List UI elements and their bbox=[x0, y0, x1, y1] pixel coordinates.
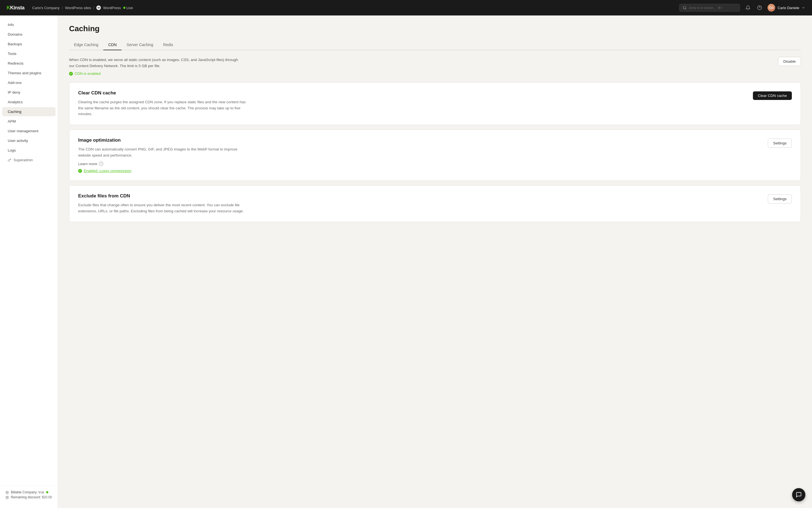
sidebar-label-ip-deny: IP deny bbox=[8, 90, 21, 94]
wordpress-icon: W bbox=[96, 5, 101, 10]
tabs: Edge Caching CDN Server Caching Redis bbox=[69, 40, 801, 50]
logo-k: K bbox=[7, 5, 10, 10]
sidebar-label-superadmin: Superadmin bbox=[13, 158, 33, 162]
chat-button[interactable] bbox=[792, 488, 805, 501]
billing-icon bbox=[5, 491, 9, 494]
sidebar-label-analytics: Analytics bbox=[8, 100, 23, 104]
card-clear-cdn-cache: Clear CDN cache Clearing the cache purge… bbox=[69, 82, 801, 125]
sidebar-label-user-activity: User activity bbox=[8, 139, 28, 143]
kinsta-logo: KKinsta bbox=[7, 5, 25, 11]
sidebar-label-redirects: Redirects bbox=[8, 61, 24, 66]
billable-company-label: Billable Company: bbox=[11, 490, 38, 494]
sidebar-label-logs: Logs bbox=[8, 148, 16, 153]
live-badge: Live bbox=[123, 6, 133, 10]
sidebar-label-caching: Caching bbox=[8, 110, 22, 114]
chevron-down-icon bbox=[802, 6, 805, 10]
remaining-discount-value: $20.00 bbox=[42, 495, 52, 499]
help-button[interactable] bbox=[756, 4, 763, 11]
disable-button[interactable]: Disable bbox=[778, 57, 801, 66]
sidebar-item-superadmin[interactable]: Superadmin bbox=[2, 156, 55, 165]
cdn-enabled-status: CDN is enabled bbox=[69, 72, 240, 76]
sidebar-item-themes-plugins[interactable]: Themes and plugins bbox=[2, 69, 55, 78]
sidebar-item-user-management[interactable]: User management bbox=[2, 126, 55, 135]
sidebar-item-logs[interactable]: Logs bbox=[2, 146, 55, 155]
main-content: Caching Edge Caching CDN Server Caching … bbox=[58, 15, 812, 508]
tab-cdn[interactable]: CDN bbox=[103, 40, 122, 50]
sidebar-label-backups: Backups bbox=[8, 42, 22, 46]
sidebar-item-apm[interactable]: APM bbox=[2, 117, 55, 126]
card-image-opt-action: Settings bbox=[768, 137, 792, 148]
sidebar-item-analytics[interactable]: Analytics bbox=[2, 97, 55, 107]
sidebar-item-redirects[interactable]: Redirects bbox=[2, 59, 55, 68]
search-placeholder: Jump to or search... bbox=[689, 6, 716, 9]
sidebar-label-themes-plugins: Themes and plugins bbox=[8, 71, 41, 75]
page-title: Caching bbox=[69, 24, 801, 33]
sidebar-label-apm: APM bbox=[8, 119, 16, 123]
card-exclude-files: Exclude files from CDN Exclude files tha… bbox=[69, 185, 801, 222]
topnav-right: Jump to or search... ⌘/ CD Carlo Daniele bbox=[679, 4, 805, 12]
image-optimization-settings-button[interactable]: Settings bbox=[768, 139, 792, 148]
remaining-discount-label: Remaining discount: bbox=[11, 495, 41, 499]
cdn-enabled-icon bbox=[69, 72, 73, 76]
clear-cdn-cache-button[interactable]: Clear CDN cache bbox=[753, 91, 792, 100]
sidebar-item-tools[interactable]: Tools bbox=[2, 49, 55, 58]
breadcrumb: Carlo's Company / WordPress sites / W Wo… bbox=[32, 5, 133, 10]
breadcrumb-sep1: / bbox=[62, 6, 63, 10]
cdn-info: When CDN is enabled, we serve all static… bbox=[69, 57, 240, 76]
exclude-files-settings-button[interactable]: Settings bbox=[768, 195, 792, 204]
notifications-button[interactable] bbox=[744, 4, 752, 11]
chat-icon bbox=[796, 492, 802, 498]
learn-more-icon: ? bbox=[99, 162, 103, 166]
breadcrumb-sites[interactable]: WordPress sites bbox=[65, 6, 91, 10]
cdn-status-section: When CDN is enabled, we serve all static… bbox=[69, 57, 801, 76]
logo-text: Kinsta bbox=[10, 5, 25, 10]
lossy-compression-link[interactable]: Enabled: Lossy compression bbox=[84, 169, 131, 173]
user-menu-button[interactable]: CD Carlo Daniele bbox=[768, 4, 805, 12]
cdn-description: When CDN is enabled, we serve all static… bbox=[69, 57, 240, 69]
sidebar: Info Domains Backups Tools Redirects The… bbox=[0, 15, 58, 508]
sidebar-label-tools: Tools bbox=[8, 52, 16, 56]
tab-edge-caching[interactable]: Edge Caching bbox=[69, 40, 103, 50]
avatar: CD bbox=[768, 4, 775, 12]
live-text: Live bbox=[126, 6, 133, 10]
help-icon bbox=[757, 5, 762, 10]
sidebar-item-backups[interactable]: Backups bbox=[2, 40, 55, 49]
sidebar-item-add-ons[interactable]: Add-ons bbox=[2, 78, 55, 87]
sidebar-item-domains[interactable]: Domains bbox=[2, 30, 55, 39]
card-exclude-desc: Exclude files that change often to ensur… bbox=[78, 202, 249, 214]
main-layout: Info Domains Backups Tools Redirects The… bbox=[0, 15, 812, 508]
card-image-opt-desc: The CDN can automatically convert PNG, G… bbox=[78, 146, 249, 158]
top-navigation: KKinsta Carlo's Company / WordPress site… bbox=[0, 0, 812, 15]
learn-more-text: Learn more bbox=[78, 162, 97, 166]
live-dot bbox=[123, 7, 125, 9]
billable-dot bbox=[46, 491, 48, 493]
learn-more-link[interactable]: Learn more ? bbox=[78, 162, 761, 166]
tab-server-caching[interactable]: Server Caching bbox=[122, 40, 158, 50]
card-image-opt-title: Image optimization bbox=[78, 137, 761, 143]
sidebar-item-ip-deny[interactable]: IP deny bbox=[2, 88, 55, 97]
breadcrumb-sep2: / bbox=[93, 6, 94, 10]
user-name: Carlo Daniele bbox=[777, 6, 799, 10]
tab-redis[interactable]: Redis bbox=[158, 40, 178, 50]
sidebar-item-user-activity[interactable]: User activity bbox=[2, 136, 55, 145]
search-shortcut: ⌘/ bbox=[718, 6, 722, 10]
card-clear-cdn-title: Clear CDN cache bbox=[78, 90, 746, 96]
card-exclude-action: Settings bbox=[768, 193, 792, 204]
lossy-enabled-icon bbox=[78, 169, 82, 173]
breadcrumb-company[interactable]: Carlo's Company bbox=[32, 6, 60, 10]
breadcrumb-site[interactable]: WordPress bbox=[103, 6, 121, 10]
discount-icon bbox=[5, 496, 9, 499]
lossy-compression-badge: Enabled: Lossy compression bbox=[78, 169, 761, 173]
search-icon bbox=[683, 6, 687, 10]
sidebar-item-info[interactable]: Info bbox=[2, 20, 55, 29]
sidebar-label-user-management: User management bbox=[8, 129, 38, 133]
card-image-opt-content: Image optimization The CDN can automatic… bbox=[78, 137, 761, 173]
sidebar-bottom: Billable Company: true Remaining discoun… bbox=[0, 485, 58, 504]
billable-company-value: true bbox=[38, 490, 44, 494]
key-icon bbox=[8, 158, 11, 162]
search-box[interactable]: Jump to or search... ⌘/ bbox=[679, 4, 740, 12]
sidebar-label-add-ons: Add-ons bbox=[8, 81, 22, 85]
card-clear-cdn-desc: Clearing the cache purges the assigned C… bbox=[78, 99, 249, 117]
sidebar-item-caching[interactable]: Caching bbox=[2, 107, 55, 116]
cdn-enabled-text: CDN is enabled bbox=[75, 72, 101, 76]
